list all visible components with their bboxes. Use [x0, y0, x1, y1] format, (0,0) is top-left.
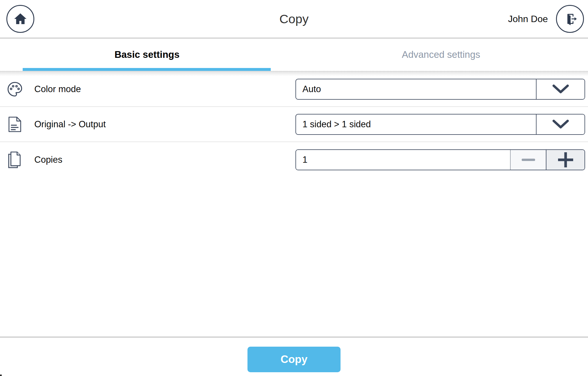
chevron-down-icon — [552, 119, 570, 130]
copy-app-screen: Copy John Doe Basic settings Adva — [0, 0, 588, 376]
original-output-label: Original -> Output — [34, 119, 295, 130]
row-copies: Copies — [0, 142, 588, 177]
row-original-output: Original -> Output 1 sided > 1 sided — [0, 107, 588, 142]
original-output-dropdown-button[interactable] — [536, 114, 585, 134]
original-output-value: 1 sided > 1 sided — [296, 114, 536, 134]
plus-icon — [558, 152, 573, 168]
footer-bar: Copy — [0, 337, 588, 376]
copy-button[interactable]: Copy — [247, 347, 341, 372]
copies-icon — [6, 151, 23, 169]
color-mode-label: Color mode — [34, 84, 295, 94]
header-user-area: John Doe — [508, 5, 584, 33]
tab-advanced-settings[interactable]: Advanced settings — [294, 38, 588, 71]
settings-tabbar: Basic settings Advanced settings — [0, 38, 588, 72]
tab-advanced-settings-label: Advanced settings — [402, 49, 480, 60]
row-color-mode: Color mode Auto — [0, 72, 588, 107]
logout-button[interactable] — [556, 5, 584, 33]
user-name: John Doe — [508, 14, 548, 24]
page-title: Copy — [0, 12, 588, 26]
screen-artifact — [0, 375, 2, 376]
home-button[interactable] — [6, 5, 34, 33]
copies-label: Copies — [34, 155, 295, 165]
settings-list: Color mode Auto — [0, 72, 588, 177]
color-mode-select[interactable]: Auto — [295, 79, 585, 100]
color-mode-value: Auto — [296, 79, 536, 99]
header-bar: Copy John Doe — [0, 0, 588, 38]
minus-icon — [522, 158, 535, 161]
logout-icon — [563, 12, 577, 26]
original-output-select[interactable]: 1 sided > 1 sided — [295, 114, 585, 135]
color-mode-dropdown-button[interactable] — [536, 79, 585, 99]
copies-input[interactable] — [296, 150, 510, 170]
content-spacer — [0, 177, 588, 337]
copies-decrease-button[interactable] — [510, 150, 546, 170]
chevron-down-icon — [552, 84, 570, 94]
active-tab-underline — [23, 68, 271, 71]
copies-stepper — [295, 149, 585, 170]
copies-increase-button[interactable] — [546, 150, 585, 170]
palette-icon — [6, 81, 23, 97]
tab-basic-settings-label: Basic settings — [115, 49, 180, 60]
home-icon — [13, 12, 27, 26]
tab-basic-settings[interactable]: Basic settings — [0, 38, 294, 71]
document-icon — [6, 116, 23, 133]
